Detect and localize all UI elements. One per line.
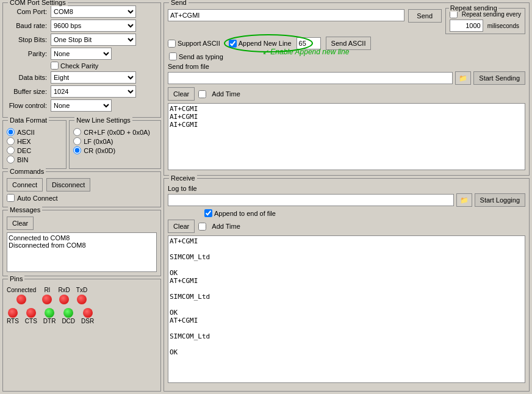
- receive-clear-button[interactable]: Clear: [168, 220, 195, 233]
- data-format-title: Data Format: [8, 116, 49, 124]
- append-new-line-label: Append New Line: [239, 40, 292, 47]
- send-title: Send: [169, 0, 189, 6]
- pin-connected-led: [16, 295, 26, 304]
- newline-lf-label: LF (0x0A): [84, 138, 113, 145]
- send-clear-button[interactable]: Clear: [168, 87, 195, 101]
- pin-dsr: DSR: [81, 307, 94, 324]
- newline-crlf-label: CR+LF (0x0D + 0x0A): [84, 129, 150, 136]
- log-folder-icon: 📁: [460, 196, 469, 204]
- pin-rts-led: [8, 308, 18, 318]
- new-line-settings-title: New Line Settings: [74, 116, 132, 124]
- pin-rxd-led: [59, 295, 69, 304]
- pin-cts: CTS: [25, 307, 37, 324]
- com-port-settings-title: COM Port Settings: [8, 0, 68, 6]
- messages-title: Messages: [8, 206, 42, 213]
- append-to-file-label: Append to end of file: [214, 210, 276, 217]
- baud-rate-label: Baud rate:: [7, 22, 51, 29]
- baud-rate-select[interactable]: 9600 bps: [51, 20, 136, 32]
- send-as-typing-checkbox[interactable]: [169, 52, 177, 60]
- support-ascii-label: Support ASCII: [178, 40, 220, 47]
- pin-ri-led: [42, 295, 52, 304]
- repeat-every-label: Repeat sending every: [462, 11, 521, 18]
- newline-cr-label: CR (0x0D): [84, 147, 115, 154]
- repeat-ms-input[interactable]: [450, 20, 483, 32]
- buffer-size-select[interactable]: 1024: [51, 85, 136, 98]
- disconnect-button[interactable]: Disconnect: [46, 178, 90, 192]
- flow-control-select[interactable]: None: [51, 99, 112, 112]
- stop-bits-label: Stop Bits:: [7, 36, 51, 43]
- data-bits-select[interactable]: Eight: [51, 71, 136, 84]
- check-parity-checkbox[interactable]: [51, 62, 59, 70]
- messages-clear-button[interactable]: Clear: [7, 217, 34, 230]
- log-to-file-label: Log to file: [168, 185, 197, 192]
- commands-title: Commands: [8, 168, 46, 175]
- buffer-size-label: Buffer size:: [7, 88, 51, 95]
- check-parity-label: Check Parity: [60, 62, 98, 70]
- folder-icon: 📁: [459, 74, 467, 82]
- append-to-file-checkbox[interactable]: [204, 209, 212, 217]
- add-time-send-label: Add Time: [212, 90, 240, 98]
- receive-title: Receive: [169, 174, 197, 182]
- pin-dtr-led: [45, 308, 54, 318]
- pin-txd: TxD: [76, 287, 87, 304]
- newline-lf-radio[interactable]: [73, 137, 81, 145]
- send-button[interactable]: Send: [408, 9, 442, 23]
- log-file-browse-button[interactable]: 📁: [456, 193, 472, 207]
- data-bits-label: Data bits:: [7, 74, 51, 81]
- format-dec-radio[interactable]: [7, 146, 15, 154]
- format-ascii-label: ASCII: [17, 129, 35, 136]
- com-port-label: Com Port:: [7, 8, 51, 15]
- log-file-input[interactable]: [168, 194, 454, 206]
- send-as-typing-label: Send as typing: [179, 53, 223, 60]
- send-ascii-button[interactable]: Send ASCII: [326, 37, 372, 50]
- support-ascii-checkbox[interactable]: [168, 40, 176, 48]
- parity-select[interactable]: None: [51, 48, 112, 60]
- start-sending-button[interactable]: Start Sending: [473, 71, 525, 85]
- pin-dsr-led: [83, 308, 93, 318]
- pin-txd-led: [77, 295, 87, 304]
- newline-cr-radio[interactable]: [73, 146, 81, 154]
- format-hex-radio[interactable]: [7, 137, 15, 145]
- pin-dtr: DTR: [43, 307, 56, 324]
- pin-rxd: RxD: [58, 287, 70, 304]
- format-bin-radio[interactable]: [7, 156, 15, 163]
- auto-connect-label: Auto Connect: [17, 195, 58, 202]
- stop-bits-select[interactable]: One Stop Bit: [51, 34, 136, 46]
- format-hex-label: HEX: [17, 138, 31, 145]
- format-ascii-radio[interactable]: [7, 128, 15, 136]
- format-dec-label: DEC: [17, 147, 31, 154]
- ascii-value-input[interactable]: [297, 37, 321, 49]
- send-command-input[interactable]: [168, 9, 404, 21]
- pin-dcd: DCD: [62, 307, 75, 324]
- append-new-line-checkbox[interactable]: [229, 40, 237, 48]
- add-time-recv-checkbox[interactable]: [198, 223, 206, 231]
- parity-label: Parity:: [7, 50, 51, 57]
- pin-rts: RTS: [7, 307, 19, 324]
- messages-content: Connected to COM8 Disconnected from COM8: [7, 232, 157, 272]
- pin-ri: RI: [42, 287, 52, 304]
- send-textarea[interactable]: AT+CGMI AI+CGMI AI+CGMI: [168, 103, 525, 170]
- pins-title: Pins: [8, 275, 24, 282]
- pin-cts-led: [26, 308, 36, 318]
- newline-crlf-radio[interactable]: [73, 128, 81, 136]
- flow-control-label: Flow control:: [7, 102, 51, 109]
- send-file-browse-button[interactable]: 📁: [455, 71, 471, 85]
- send-from-file-label: Send from file: [168, 63, 209, 70]
- auto-connect-checkbox[interactable]: [7, 194, 15, 202]
- format-bin-label: BIN: [17, 156, 28, 163]
- pin-dcd-led: [63, 308, 73, 318]
- add-time-send-checkbox[interactable]: [198, 90, 206, 98]
- add-time-recv-label: Add Time: [212, 223, 240, 230]
- com-port-select[interactable]: COM8: [51, 5, 136, 18]
- start-logging-button[interactable]: Start Logging: [475, 193, 525, 207]
- repeat-ms-label: miliseconds: [487, 23, 519, 29]
- pin-connected: Connected: [7, 287, 36, 304]
- connect-button[interactable]: Connect: [7, 178, 43, 192]
- send-file-input[interactable]: [168, 72, 453, 84]
- receive-textarea[interactable]: AT+CGMI SIMCOM_Ltd OK AT+CGMI SIMCOM_Ltd…: [168, 235, 525, 383]
- repeat-sending-label: Repeat sending: [449, 4, 498, 12]
